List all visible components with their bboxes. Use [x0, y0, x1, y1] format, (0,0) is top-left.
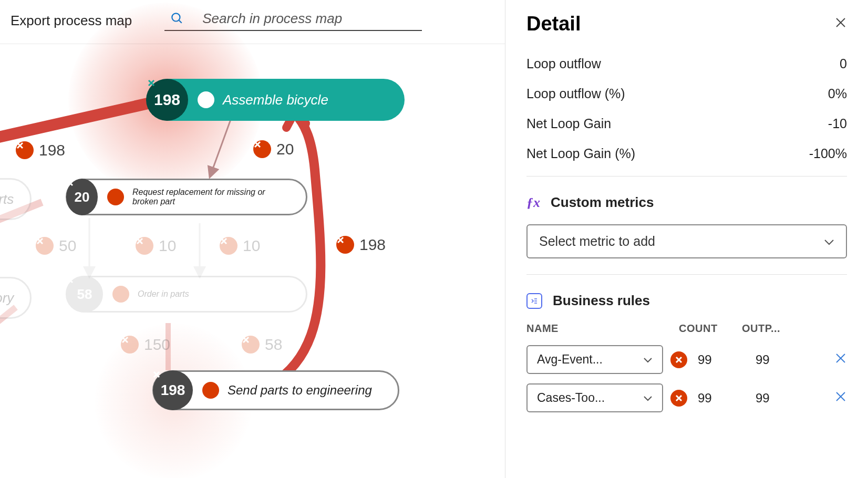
metric-row: Net Loop Gain (%)-100%: [526, 146, 847, 161]
svg-point-0: [172, 13, 180, 21]
close-circle-icon[interactable]: [670, 351, 687, 368]
metric-row: Loop outflow (%)0%: [526, 86, 847, 101]
edge-label: 20: [253, 140, 294, 158]
rule-name-dropdown[interactable]: Cases-Too...: [526, 383, 663, 412]
process-map-canvas[interactable]: 198 Assemble bicycle arts 20 Request rep…: [0, 45, 505, 478]
node-label: Assemble bicycle: [223, 92, 328, 108]
edge-label: 198: [16, 141, 65, 159]
node-label: tory: [0, 290, 14, 306]
search-input[interactable]: [202, 11, 422, 27]
close-circle-icon: [112, 286, 129, 303]
rule-output: 99: [756, 352, 819, 367]
node-request-replacement[interactable]: 20 Request replacement for missing or br…: [66, 179, 307, 215]
chevron-down-icon: [824, 234, 834, 249]
remove-rule-button[interactable]: [819, 390, 847, 407]
svg-line-1: [179, 20, 182, 23]
fx-icon: ƒx: [526, 195, 540, 211]
node-assemble-bicycle[interactable]: 198 Assemble bicycle: [147, 79, 405, 121]
close-circle-icon: [107, 189, 124, 205]
rule-row: Cases-Too... 99 99: [526, 383, 847, 412]
close-circle-icon: [202, 382, 219, 399]
edge-label: 150: [121, 336, 170, 354]
rule-name-dropdown[interactable]: Avg-Event...: [526, 345, 663, 374]
chevron-down-icon: [643, 391, 653, 405]
export-process-map-link[interactable]: Export process map: [11, 13, 132, 29]
detail-title: Detail: [526, 13, 581, 35]
close-circle-icon: [121, 336, 139, 354]
edge-label: 50: [36, 237, 76, 255]
edge-label: 10: [136, 237, 176, 255]
rules-icon: [526, 293, 542, 309]
node-label: Order in parts: [138, 289, 189, 299]
column-header-name: NAME: [526, 323, 679, 335]
search-container: [164, 11, 422, 31]
node-label: arts: [0, 191, 14, 207]
close-circle-icon[interactable]: [670, 390, 687, 407]
remove-rule-button[interactable]: [819, 351, 847, 368]
business-rules-heading: Business rules: [553, 293, 650, 309]
close-circle-icon: [253, 140, 271, 158]
rule-count: 99: [698, 352, 756, 367]
node-partial[interactable]: tory: [0, 277, 32, 319]
close-button[interactable]: [834, 16, 847, 33]
close-circle-icon: [36, 237, 54, 255]
metric-row: Loop outflow0: [526, 56, 847, 71]
edge-label: 58: [242, 336, 282, 354]
close-circle-icon: [242, 336, 260, 354]
custom-metrics-heading: Custom metrics: [551, 194, 654, 211]
edge-label: 10: [220, 237, 260, 255]
metric-row: Net Loop Gain-10: [526, 116, 847, 131]
rule-output: 99: [756, 391, 819, 406]
edge-label: 198: [336, 236, 386, 254]
node-partial[interactable]: arts: [0, 178, 32, 220]
node-label: Send parts to engineering: [228, 383, 372, 398]
close-circle-icon: [136, 237, 153, 255]
close-circle-icon: [16, 141, 34, 159]
node-label: Request replacement for missing or broke…: [132, 188, 285, 206]
select-metric-dropdown[interactable]: Select metric to add: [526, 224, 847, 258]
node-order-in-parts[interactable]: 58 Order in parts: [66, 276, 307, 313]
close-circle-icon: [198, 91, 214, 108]
column-header-output: OUTP...: [742, 323, 815, 335]
rule-row: Avg-Event... 99 99: [526, 345, 847, 374]
column-header-count: COUNT: [679, 323, 742, 335]
rule-count: 99: [698, 391, 756, 406]
close-circle-icon: [336, 236, 354, 254]
close-circle-icon: [220, 237, 237, 255]
node-send-parts-engineering[interactable]: 198 Send parts to engineering: [152, 370, 399, 410]
search-icon: [170, 11, 183, 27]
chevron-down-icon: [643, 352, 653, 367]
